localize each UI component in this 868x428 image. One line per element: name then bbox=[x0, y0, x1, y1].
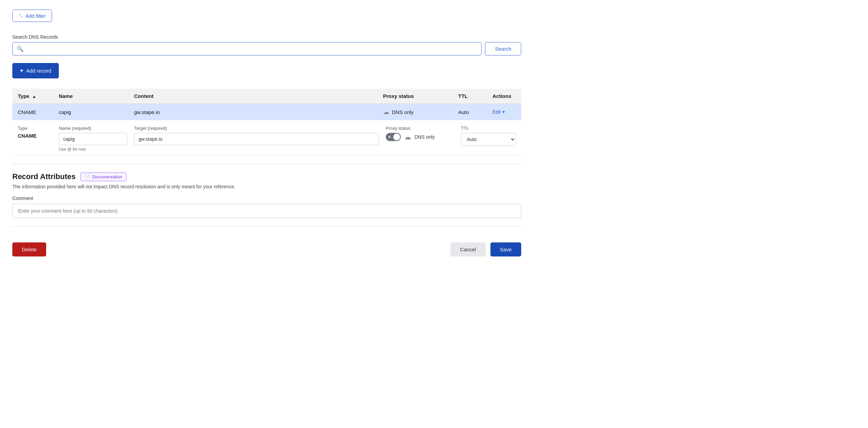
target-label: Target (required) bbox=[134, 126, 379, 131]
comment-input[interactable] bbox=[12, 204, 521, 218]
footer-actions: Delete Cancel Save bbox=[12, 239, 521, 256]
proxy-toggle[interactable]: ✕ bbox=[386, 133, 401, 141]
add-record-button[interactable]: + Add record bbox=[12, 63, 59, 78]
row-content: gw.stape.io bbox=[129, 104, 378, 121]
name-hint: Use @ for root bbox=[59, 147, 127, 152]
edit-ttl-col: TTL Auto 1 min 2 min 5 min 10 min 15 min… bbox=[461, 126, 516, 146]
edit-proxy-col: Proxy status ✕ ☁ DNS only bbox=[386, 126, 454, 141]
save-button[interactable]: Save bbox=[490, 242, 521, 256]
record-attrs-desc: The information provided here will not i… bbox=[12, 184, 521, 189]
edit-form-row: Type CNAME Name (required) Use @ for roo… bbox=[12, 120, 521, 155]
ttl-label: TTL bbox=[461, 126, 516, 131]
ttl-select[interactable]: Auto 1 min 2 min 5 min 10 min 15 min 30 … bbox=[461, 133, 516, 146]
cloud-dns-icon: ☁ bbox=[404, 133, 411, 141]
add-filter-button[interactable]: ␐ Add filter bbox=[12, 10, 52, 22]
col-content: Content bbox=[129, 89, 378, 104]
col-type[interactable]: Type ▲ bbox=[12, 89, 53, 104]
search-input[interactable] bbox=[26, 42, 477, 55]
target-input[interactable] bbox=[134, 133, 379, 145]
filter-icon: ␐ bbox=[19, 13, 23, 19]
chevron-down-icon: ▼ bbox=[502, 110, 505, 114]
toggle-knob bbox=[393, 134, 400, 140]
row-actions: Edit ▼ bbox=[487, 104, 521, 121]
row-ttl: Auto bbox=[453, 104, 487, 121]
edit-name-col: Name (required) Use @ for root bbox=[59, 126, 127, 152]
col-name: Name bbox=[53, 89, 129, 104]
doc-badge-label: Documentation bbox=[92, 174, 122, 179]
proxy-status-label: Proxy status bbox=[386, 126, 454, 131]
search-input-wrap: 🔍 bbox=[12, 42, 482, 55]
edit-type-col: Type CNAME bbox=[18, 126, 52, 139]
proxy-status-value: DNS only bbox=[415, 134, 435, 140]
col-ttl: TTL bbox=[453, 89, 487, 104]
edit-button[interactable]: Edit ▼ bbox=[492, 109, 505, 115]
search-icon: 🔍 bbox=[17, 46, 24, 52]
section-divider-2 bbox=[12, 226, 521, 227]
plus-icon: + bbox=[20, 67, 24, 74]
row-proxy-status: ☁ DNS only bbox=[378, 104, 453, 121]
table-header-row: Type ▲ Name Content Proxy status TTL Act… bbox=[12, 89, 521, 104]
delete-button[interactable]: Delete bbox=[12, 242, 46, 256]
search-row: 🔍 Search bbox=[12, 42, 521, 55]
toggle-x-icon: ✕ bbox=[388, 135, 391, 139]
right-actions: Cancel Save bbox=[450, 242, 521, 256]
type-value: CNAME bbox=[18, 133, 52, 139]
comment-label: Comment bbox=[12, 196, 521, 201]
name-label: Name (required) bbox=[59, 126, 127, 131]
type-label: Type bbox=[18, 126, 52, 131]
table-row-selected[interactable]: CNAME capig gw.stape.io ☁ DNS only Auto … bbox=[12, 104, 521, 121]
col-actions: Actions bbox=[487, 89, 521, 104]
edit-target-col: Target (required) bbox=[134, 126, 379, 145]
record-attrs-title: Record Attributes bbox=[12, 172, 76, 181]
dns-table: Type ▲ Name Content Proxy status TTL Act… bbox=[12, 89, 521, 155]
search-label: Search DNS Records bbox=[12, 34, 521, 40]
cancel-button[interactable]: Cancel bbox=[450, 242, 486, 256]
record-attrs-header: Record Attributes 📄 Documentation bbox=[12, 172, 521, 181]
book-icon: 📄 bbox=[85, 174, 90, 179]
search-button[interactable]: Search bbox=[485, 42, 521, 55]
row-name: capig bbox=[53, 104, 129, 121]
record-attributes-section: Record Attributes 📄 Documentation The in… bbox=[12, 172, 521, 218]
add-record-label: Add record bbox=[26, 68, 51, 74]
cloud-grey-icon: ☁ bbox=[383, 108, 389, 116]
col-proxy-status: Proxy status bbox=[378, 89, 453, 104]
add-filter-label: Add filter bbox=[25, 13, 45, 19]
name-input[interactable] bbox=[59, 133, 127, 145]
documentation-button[interactable]: 📄 Documentation bbox=[80, 173, 127, 181]
section-divider-1 bbox=[12, 164, 521, 164]
row-type: CNAME bbox=[12, 104, 53, 121]
sort-asc-icon: ▲ bbox=[32, 94, 36, 99]
